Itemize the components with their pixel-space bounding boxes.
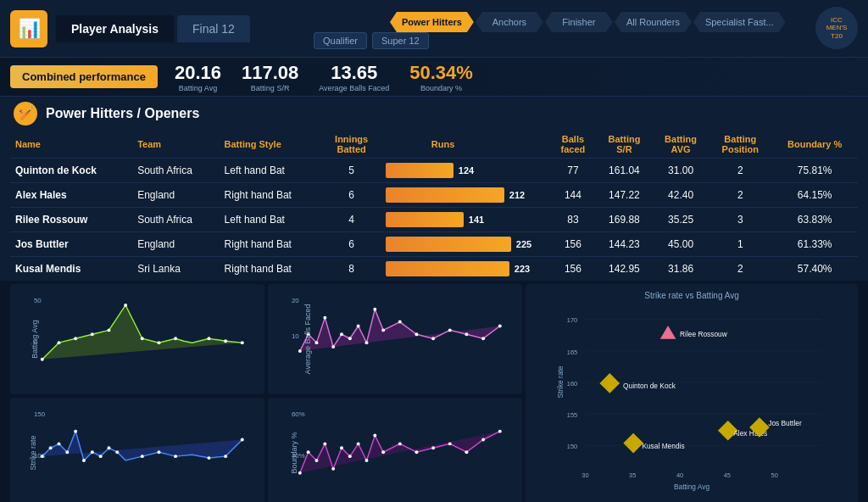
scatter-rilee xyxy=(660,326,676,339)
charts-area: Batting Avg 50 0 Average Balls Faced 20 … xyxy=(0,281,868,502)
svg-text:60%: 60% xyxy=(292,410,305,418)
svg-point-35 xyxy=(498,325,502,328)
scatter-label-rilee: Rilee Rossouw xyxy=(680,330,728,338)
scatter-label-quinton: Quinton de Kock xyxy=(623,382,676,390)
strike-rate-y-label: Strike rate xyxy=(29,435,37,470)
svg-text:150: 150 xyxy=(567,443,577,450)
scatter-label-kusal: Kusal Mendis xyxy=(642,442,684,450)
svg-point-30 xyxy=(415,332,418,336)
player-innings: 6 xyxy=(323,232,381,257)
player-boundary: 61.33% xyxy=(771,232,858,257)
player-pos: 3 xyxy=(709,208,771,232)
svg-point-7 xyxy=(108,328,111,332)
svg-marker-74 xyxy=(300,432,500,473)
player-runs: 141 xyxy=(381,208,550,232)
svg-text:170: 170 xyxy=(567,316,577,324)
player-table-container: Name Team Batting Style InningsBatted Ru… xyxy=(0,131,868,281)
svg-point-27 xyxy=(373,308,376,311)
svg-point-56 xyxy=(41,455,44,458)
svg-text:Batting Avg: Batting Avg xyxy=(674,482,709,491)
player-name: Kusal Mendis xyxy=(10,257,132,282)
svg-point-4 xyxy=(58,341,61,344)
svg-text:155: 155 xyxy=(567,411,577,419)
nav-all-rounders[interactable]: All Rounders xyxy=(615,12,692,32)
scatter-kusal xyxy=(623,433,643,454)
player-table: Name Team Batting Style InningsBatted Ru… xyxy=(10,131,858,281)
svg-text:30: 30 xyxy=(581,471,588,479)
player-team: Sri Lanka xyxy=(132,257,219,282)
nav-finisher[interactable]: Finisher xyxy=(545,12,613,32)
svg-point-28 xyxy=(381,328,385,332)
header: 📊 Player Analysis Final 12 Qualifier Sup… xyxy=(0,0,868,58)
stat-boundary-pct: 50.34% Boundary % xyxy=(409,62,473,92)
filter-buttons: Qualifier Super 12 xyxy=(314,32,429,49)
player-pos: 2 xyxy=(709,159,771,183)
svg-text:50: 50 xyxy=(771,471,778,479)
table-row[interactable]: Quinton de Kock South Africa Left hand B… xyxy=(10,159,858,183)
svg-text:10: 10 xyxy=(292,332,299,340)
player-team: South Africa xyxy=(132,208,219,232)
svg-point-81 xyxy=(348,455,352,458)
player-avg: 35.25 xyxy=(653,208,709,232)
player-balls: 156 xyxy=(550,232,596,257)
col-pos: BattingPosition xyxy=(709,131,771,159)
qualifier-button[interactable]: Qualifier xyxy=(314,32,367,49)
table-row[interactable]: Kusal Mendis Sri Lanka Right hand Bat 8 … xyxy=(10,257,858,282)
svg-point-3 xyxy=(41,358,44,361)
table-row[interactable]: Jos Buttler England Right hand Bat 6 225… xyxy=(10,232,858,257)
app-logo: 📊 xyxy=(10,10,47,47)
table-header-row: Name Team Batting Style InningsBatted Ru… xyxy=(10,131,858,159)
combined-performance-label: Combined performance xyxy=(10,65,158,88)
player-boundary: 63.83% xyxy=(771,208,858,232)
svg-point-82 xyxy=(357,442,360,445)
tab-player-analysis[interactable]: Player Analysis xyxy=(56,15,174,42)
svg-point-83 xyxy=(365,459,369,462)
svg-point-68 xyxy=(174,455,177,458)
runs-value: 223 xyxy=(515,264,540,274)
player-sr: 169.88 xyxy=(596,208,653,232)
player-style: Left hand Bat xyxy=(220,159,323,183)
avg-balls-chart: Average Balls Faced 20 10 xyxy=(268,284,522,394)
avg-balls-y-label: Average Balls Faced xyxy=(303,304,312,375)
section-title: Power Hitters / Openers xyxy=(46,106,199,121)
svg-point-76 xyxy=(307,450,310,454)
svg-point-58 xyxy=(58,442,61,445)
strike-rate-svg: 150 100 xyxy=(34,404,251,492)
player-runs: 212 xyxy=(381,183,550,208)
section-header: 🏏 Power Hitters / Openers xyxy=(0,97,868,131)
svg-point-75 xyxy=(298,471,302,475)
col-boundary: Boundary % xyxy=(771,131,858,159)
svg-point-59 xyxy=(65,450,69,454)
col-sr: BattingS/R xyxy=(596,131,653,159)
svg-point-69 xyxy=(207,456,210,460)
svg-point-9 xyxy=(141,337,144,340)
svg-point-65 xyxy=(115,450,119,454)
svg-point-79 xyxy=(331,467,335,471)
runs-bar xyxy=(386,261,509,276)
player-boundary: 57.40% xyxy=(771,257,858,282)
table-row[interactable]: Rilee Rossouw South Africa Left hand Bat… xyxy=(10,208,858,232)
player-avg: 42.40 xyxy=(653,183,709,208)
player-innings: 8 xyxy=(323,257,381,282)
boundary-pct-svg: 60% 40% xyxy=(292,404,509,492)
col-name: Name xyxy=(10,131,132,159)
table-row[interactable]: Alex Hales England Right hand Bat 6 212 … xyxy=(10,183,858,208)
scatter-title: Strike rate vs Batting Avg xyxy=(532,291,851,300)
nav-specialist[interactable]: Specialist Fast... xyxy=(693,12,786,32)
svg-point-26 xyxy=(365,341,369,344)
batting-avg-y-label: Batting Avg xyxy=(31,320,39,358)
player-runs: 225 xyxy=(381,232,550,257)
runs-bar xyxy=(386,163,453,178)
strike-rate-chart: Strike rate 150 100 xyxy=(10,398,264,502)
nav-anchors[interactable]: Anchors xyxy=(476,12,543,32)
svg-point-71 xyxy=(241,438,244,442)
svg-point-67 xyxy=(157,450,160,454)
tab-final12[interactable]: Final 12 xyxy=(177,15,250,42)
super12-button[interactable]: Super 12 xyxy=(372,32,429,49)
nav-power-hitters[interactable]: Power Hitters xyxy=(390,12,474,32)
svg-point-77 xyxy=(315,459,319,462)
svg-point-78 xyxy=(323,442,326,445)
svg-point-92 xyxy=(498,430,502,433)
player-style: Left hand Bat xyxy=(220,208,323,232)
svg-text:165: 165 xyxy=(567,349,577,356)
